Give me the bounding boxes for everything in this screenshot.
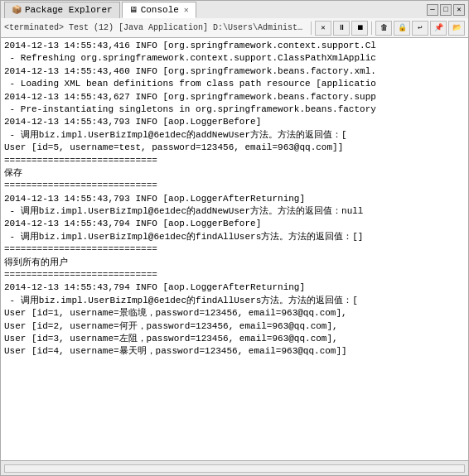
- tab-label-package-explorer: Package Explorer: [25, 5, 113, 15]
- console-line: User [id=3, username=左阻，password=123456,…: [4, 333, 465, 345]
- console-icon: 🖥: [129, 5, 138, 15]
- terminated-path: <terminated> Test (12) [Java Application…: [4, 23, 307, 32]
- clear-button[interactable]: 🗑: [375, 21, 392, 36]
- console-line: - 调用biz.impl.UserBizImpl@6e1dec的findAllU…: [4, 295, 465, 307]
- terminate-button[interactable]: ✕: [315, 21, 331, 36]
- title-bar: 📦 Package Explorer 🖥 Console ✕ — □ ✕: [0, 0, 469, 18]
- console-line: User [id=4, username=暴天明，password=123456…: [4, 345, 465, 358]
- console-output[interactable]: 2014-12-13 14:55:43,416 INFO [org.spring…: [0, 38, 469, 461]
- minimize-button[interactable]: —: [427, 4, 438, 16]
- console-line: ============================: [4, 269, 465, 281]
- console-line: ============================: [4, 155, 465, 167]
- console-line: 保存: [4, 167, 465, 180]
- console-line: User [id=2, username=何开，password=123456,…: [4, 320, 465, 333]
- package-explorer-icon: 📦: [12, 5, 22, 15]
- tab-package-explorer[interactable]: 📦 Package Explorer: [4, 2, 120, 18]
- stop-button[interactable]: ⏹: [351, 21, 368, 36]
- open-console-button[interactable]: 📂: [448, 21, 465, 36]
- maximize-button[interactable]: □: [440, 4, 452, 16]
- console-line: 2014-12-13 14:55:43,416 INFO [org.spring…: [4, 40, 465, 52]
- console-line: - Pre-instantiating singletons in org.sp…: [4, 103, 465, 116]
- console-line: ============================: [4, 180, 465, 192]
- console-line: User [id=5, username=test, password=1234…: [4, 142, 465, 154]
- status-bar: [0, 461, 469, 476]
- window-controls: — □ ✕: [427, 4, 465, 16]
- console-line: - 调用biz.impl.UserBizImpl@6e1dec的findAllU…: [4, 231, 465, 243]
- pin-button[interactable]: 📌: [430, 21, 447, 36]
- console-line: - 调用biz.impl.UserBizImpl@6e1dec的addNewUs…: [4, 205, 465, 218]
- console-line: 2014-12-13 14:55:43,794 INFO [aop.Logger…: [4, 281, 465, 294]
- scroll-lock-button[interactable]: 🔒: [394, 21, 410, 36]
- word-wrap-button[interactable]: ↩: [412, 21, 428, 36]
- toolbar-separator-2: [371, 22, 372, 35]
- close-window-button[interactable]: ✕: [453, 4, 465, 16]
- tab-close-button[interactable]: ✕: [184, 5, 189, 15]
- console-line: ============================: [4, 243, 465, 256]
- console-line: - 调用biz.impl.UserBizImpl@6e1dec的addNewUs…: [4, 129, 465, 142]
- console-line: 2014-12-13 14:55:43,793 INFO [aop.Logger…: [4, 193, 465, 205]
- tab-console[interactable]: 🖥 Console ✕: [122, 2, 196, 18]
- toolbar: <terminated> Test (12) [Java Application…: [0, 18, 469, 38]
- console-line: - Loading XML bean definitions from clas…: [4, 78, 465, 90]
- console-line: - Refreshing org.springframework.context…: [4, 52, 465, 65]
- pause-button[interactable]: ⏸: [333, 21, 350, 36]
- console-line: 2014-12-13 14:55:43,460 INFO [org.spring…: [4, 65, 465, 78]
- console-line: 得到所有的用户: [4, 257, 465, 269]
- console-line: 2014-12-13 14:55:43,794 INFO [aop.Logger…: [4, 218, 465, 230]
- horizontal-scrollbar[interactable]: [4, 464, 465, 473]
- tab-label-console: Console: [141, 5, 179, 15]
- console-line: 2014-12-13 14:55:43,627 INFO [org.spring…: [4, 91, 465, 103]
- console-line: User [id=1, username=景临境，password=123456…: [4, 307, 465, 320]
- toolbar-separator-1: [311, 22, 312, 35]
- console-line: 2014-12-13 14:55:43,793 INFO [aop.Logger…: [4, 116, 465, 128]
